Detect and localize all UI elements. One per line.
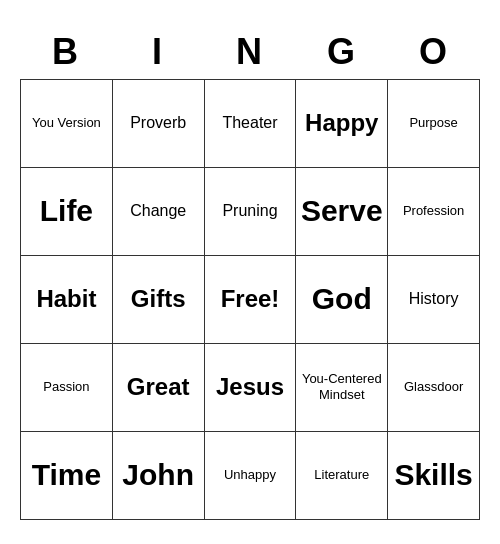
- header-letter: B: [20, 25, 112, 79]
- bingo-header: BINGO: [20, 25, 480, 79]
- bingo-cell: Purpose: [388, 80, 480, 168]
- header-letter: I: [112, 25, 204, 79]
- bingo-card: BINGO You VersionProverbTheaterHappyPurp…: [20, 25, 480, 520]
- bingo-cell: Free!: [205, 256, 297, 344]
- cell-text: Time: [32, 457, 101, 493]
- header-letter: O: [388, 25, 480, 79]
- cell-text: Proverb: [130, 113, 186, 132]
- bingo-cell: Profession: [388, 168, 480, 256]
- cell-text: You-Centered Mindset: [299, 371, 384, 402]
- bingo-cell: Time: [21, 432, 113, 520]
- cell-text: Jesus: [216, 373, 284, 402]
- bingo-cell: Jesus: [205, 344, 297, 432]
- bingo-cell: Unhappy: [205, 432, 297, 520]
- bingo-cell: You-Centered Mindset: [296, 344, 388, 432]
- bingo-cell: Passion: [21, 344, 113, 432]
- bingo-cell: Great: [113, 344, 205, 432]
- bingo-cell: Proverb: [113, 80, 205, 168]
- cell-text: Theater: [222, 113, 277, 132]
- cell-text: Habit: [36, 285, 96, 314]
- bingo-cell: Change: [113, 168, 205, 256]
- cell-text: Unhappy: [224, 467, 276, 483]
- cell-text: Profession: [403, 203, 464, 219]
- bingo-cell: Life: [21, 168, 113, 256]
- bingo-cell: History: [388, 256, 480, 344]
- bingo-cell: God: [296, 256, 388, 344]
- cell-text: Life: [40, 193, 93, 229]
- cell-text: John: [122, 457, 194, 493]
- cell-text: Pruning: [222, 201, 277, 220]
- cell-text: You Version: [32, 115, 101, 131]
- cell-text: Glassdoor: [404, 379, 463, 395]
- bingo-cell: Serve: [296, 168, 388, 256]
- cell-text: Happy: [305, 109, 378, 138]
- bingo-cell: Pruning: [205, 168, 297, 256]
- bingo-cell: Literature: [296, 432, 388, 520]
- bingo-grid: You VersionProverbTheaterHappyPurposeLif…: [20, 79, 480, 520]
- cell-text: Passion: [43, 379, 89, 395]
- bingo-cell: Happy: [296, 80, 388, 168]
- bingo-cell: Theater: [205, 80, 297, 168]
- bingo-cell: Habit: [21, 256, 113, 344]
- cell-text: God: [312, 281, 372, 317]
- cell-text: Literature: [314, 467, 369, 483]
- bingo-cell: You Version: [21, 80, 113, 168]
- header-letter: N: [204, 25, 296, 79]
- cell-text: Great: [127, 373, 190, 402]
- cell-text: History: [409, 289, 459, 308]
- bingo-cell: Glassdoor: [388, 344, 480, 432]
- cell-text: Purpose: [409, 115, 457, 131]
- cell-text: Gifts: [131, 285, 186, 314]
- bingo-cell: Gifts: [113, 256, 205, 344]
- cell-text: Skills: [394, 457, 472, 493]
- cell-text: Serve: [301, 193, 383, 229]
- bingo-cell: John: [113, 432, 205, 520]
- cell-text: Change: [130, 201, 186, 220]
- header-letter: G: [296, 25, 388, 79]
- cell-text: Free!: [221, 285, 280, 314]
- bingo-cell: Skills: [388, 432, 480, 520]
